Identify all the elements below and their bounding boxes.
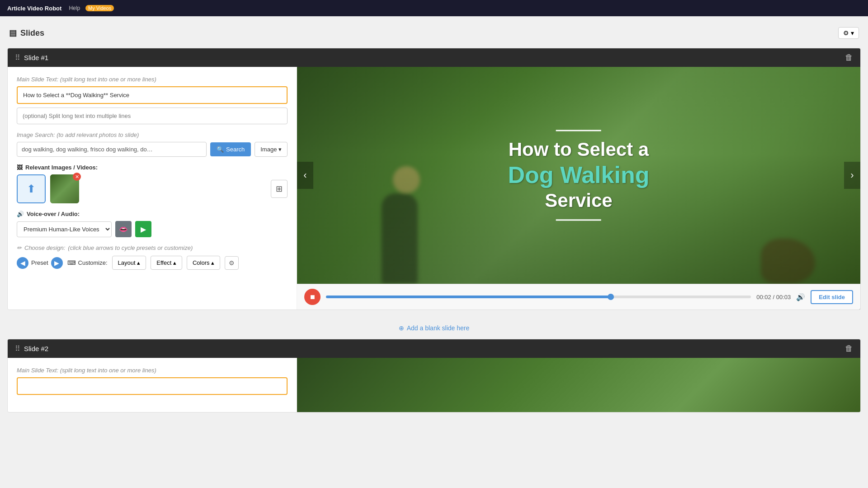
image-thumb-wrapper: ✕: [50, 174, 79, 203]
slide-2-main-text-label: Main Slide Text: (split long text into o…: [17, 367, 288, 374]
brand-logo: Article Video Robot: [7, 5, 61, 12]
slide-2-preview: [297, 358, 860, 412]
layout-button[interactable]: Layout ▴: [112, 256, 146, 270]
design-label: ✏ Choose design: (click blue arrows to c…: [17, 244, 288, 251]
upload-icon: ⬆: [27, 183, 36, 195]
search-icon: 🔍: [217, 146, 224, 153]
image-search-input[interactable]: [17, 142, 207, 157]
nav-links: Help My Videos: [69, 5, 114, 11]
preset-next-button[interactable]: ▶: [51, 257, 63, 269]
slides-icon: ▤: [9, 28, 17, 38]
customize-icon: ⌨: [67, 259, 76, 266]
voice-generate-button[interactable]: ▶: [135, 221, 151, 237]
voiceover-section: 🔊 Voice-over / Audio: Premium Human-Like…: [17, 211, 288, 237]
gear-icon: ⚙: [229, 259, 235, 267]
effect-button[interactable]: Effect ▴: [151, 256, 182, 270]
slide-2-header-left: ⠿ Slide #2: [15, 344, 48, 353]
upload-button[interactable]: ⬆: [17, 174, 46, 203]
voiceover-controls: Premium Human-Like Voices 👄 ▶: [17, 221, 288, 237]
design-controls: ◀ Preset ▶ ⌨ Customize: Layout ▴ Effect …: [17, 256, 288, 270]
relevant-images-label: 🖼 Relevant Images / Videos:: [17, 164, 288, 171]
settings-button[interactable]: ⚙ ▾: [838, 27, 859, 39]
progress-bar[interactable]: [326, 296, 751, 298]
add-slide-plus-icon: ⊕: [399, 324, 404, 332]
slide-1-header-left: ⠿ Slide #1: [15, 53, 48, 62]
slide-2-number: Slide #2: [24, 345, 48, 352]
preset-control: ◀ Preset ▶: [17, 257, 63, 269]
nav-my-videos[interactable]: My Videos: [85, 5, 114, 11]
preview-title-line3: Service: [354, 189, 804, 212]
stop-icon: ⏹: [309, 293, 316, 300]
drag-handle-icon[interactable]: ⠿: [15, 53, 20, 62]
volume-icon[interactable]: 🔊: [796, 293, 805, 301]
slides-title: ▤ Slides: [9, 28, 44, 38]
preview-prev-arrow[interactable]: ‹: [297, 162, 313, 189]
thumbnail-delete-button[interactable]: ✕: [73, 173, 81, 181]
customize-label: ⌨ Customize:: [67, 259, 108, 266]
preview-next-arrow[interactable]: ›: [844, 162, 860, 189]
design-settings-button[interactable]: ⚙: [225, 256, 239, 270]
image-search-hint: (to add relevant photos to slide): [57, 131, 139, 138]
progress-dot: [608, 294, 614, 300]
image-search-label: Image Search: (to add relevant photos to…: [17, 131, 288, 138]
images-row: ⬆ ✕ ⊞: [17, 174, 288, 203]
image-type-button[interactable]: Image ▾: [255, 142, 288, 157]
preview-title-line1: How to Select a: [354, 138, 804, 161]
preview-line-top: [556, 130, 601, 131]
time-display: 00:02 / 00:03: [756, 294, 791, 300]
progress-fill: [326, 296, 611, 298]
secondary-text-input[interactable]: [17, 108, 288, 124]
preset-label: Preset: [31, 259, 48, 266]
add-slide-row: ⊕ Add a blank slide here: [7, 317, 861, 339]
top-nav: Article Video Robot Help My Videos: [0, 0, 868, 16]
search-button[interactable]: 🔍 Search: [210, 142, 251, 156]
add-blank-slide-button[interactable]: ⊕ Add a blank slide here: [399, 324, 470, 332]
my-videos-badge[interactable]: My Videos: [85, 5, 114, 11]
preview-background: How to Select a Dog Walking Service ‹ ›: [297, 67, 860, 284]
slide-1-delete-button[interactable]: 🗑: [845, 53, 853, 62]
multi-image-layout-button[interactable]: ⊞: [271, 180, 288, 198]
image-icon: 🖼: [17, 164, 23, 171]
slide-2-header: ⠿ Slide #2 🗑: [8, 339, 860, 358]
voiceover-label: 🔊 Voice-over / Audio:: [17, 211, 288, 217]
slide-2-main-text-hint: (split long text into one or more lines): [60, 367, 156, 374]
preview-title-highlight: Dog Walking: [354, 161, 804, 189]
page-wrapper: ▤ Slides ⚙ ▾ ⠿ Slide #1 🗑 Main Slide Tex…: [0, 16, 868, 427]
nav-help[interactable]: Help: [69, 5, 80, 11]
slide-1-body: Main Slide Text: (split long text into o…: [8, 67, 860, 310]
slide-2-card: ⠿ Slide #2 🗑 Main Slide Text: (split lon…: [7, 339, 861, 413]
slide-2-preview-bg: [297, 358, 860, 412]
slide-1-number: Slide #1: [24, 54, 48, 61]
slide-2-main-text-input[interactable]: [17, 377, 288, 395]
voice-preview-button[interactable]: 👄: [115, 221, 132, 237]
stop-button[interactable]: ⏹: [304, 289, 321, 305]
play-icon: ▶: [141, 225, 146, 234]
slide-1-header: ⠿ Slide #1 🗑: [8, 48, 860, 67]
slide-2-delete-button[interactable]: 🗑: [845, 344, 853, 353]
voice-select[interactable]: Premium Human-Like Voices: [17, 221, 112, 237]
drag-handle-2-icon[interactable]: ⠿: [15, 344, 20, 353]
colors-button[interactable]: Colors ▴: [187, 256, 220, 270]
pencil-icon: ✏: [17, 244, 22, 251]
edit-slide-button[interactable]: Edit slide: [811, 290, 853, 304]
image-search-row: 🔍 Search Image ▾: [17, 142, 288, 157]
slides-header: ▤ Slides ⚙ ▾: [7, 23, 861, 42]
design-section: ✏ Choose design: (click blue arrows to c…: [17, 244, 288, 270]
slide-2-body: Main Slide Text: (split long text into o…: [8, 358, 860, 412]
preview-line-bottom: [556, 220, 601, 221]
slide-1-card: ⠿ Slide #1 🗑 Main Slide Text: (split lon…: [7, 48, 861, 310]
voiceover-icon: 🔊: [17, 211, 24, 217]
lips-icon: 👄: [119, 225, 128, 234]
page-title: Slides: [20, 28, 44, 38]
main-text-label: Main Slide Text: (split long text into o…: [17, 76, 288, 83]
preset-prev-button[interactable]: ◀: [17, 257, 28, 269]
main-text-hint: (split long text into one or more lines): [60, 76, 156, 83]
layout-grid-icon: ⊞: [276, 184, 283, 193]
design-hint: (click blue arrows to cycle presets or c…: [68, 244, 193, 251]
preview-text-overlay: How to Select a Dog Walking Service: [354, 130, 804, 221]
slide-1-left-panel: Main Slide Text: (split long text into o…: [8, 67, 297, 310]
video-controls: ⏹ 00:02 / 00:03 🔊 Edit slide: [297, 284, 860, 310]
slide-1-preview: How to Select a Dog Walking Service ‹ › …: [297, 67, 860, 310]
slide-2-left-panel: Main Slide Text: (split long text into o…: [8, 358, 297, 412]
main-text-input[interactable]: [17, 86, 288, 104]
